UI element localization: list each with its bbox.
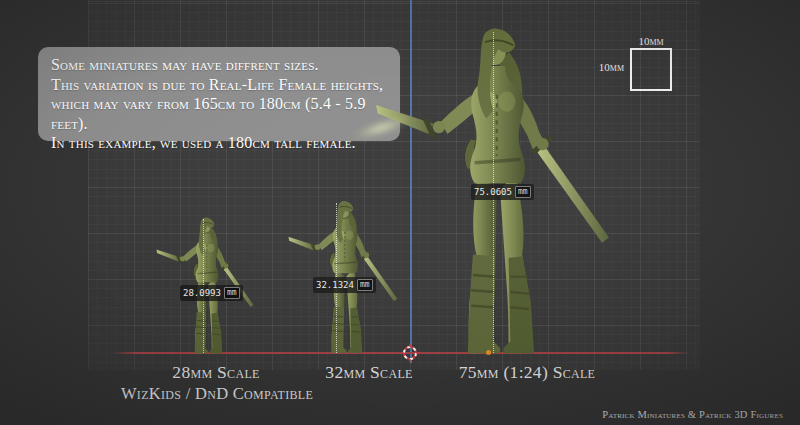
viewport-3d[interactable]: Some miniatures may have diffrent sizes.… (0, 0, 800, 425)
measurement-unit: mm (357, 279, 373, 291)
info-line-3: which may vary from 165cm to 180cm (5.4 … (51, 94, 386, 133)
info-line-2: This variation is due to Real-Life Femal… (51, 75, 386, 95)
3d-cursor[interactable] (401, 344, 419, 362)
measurement-value: 75.0605 (474, 187, 512, 197)
scale-sublabel-28mm: WizKids / DnD Compatible (121, 384, 313, 404)
scale-label-75mm: 75mm (1:24) Scale (459, 362, 596, 383)
info-line-4: In this example, we used a 180cm tall fe… (51, 133, 386, 153)
info-line-1: Some miniatures may have diffrent sizes. (51, 55, 386, 75)
footer-credit: Patrick Miniatures & Patrick 3D Figures (602, 409, 783, 420)
measurement-label-32mm: 32.1324 mm (313, 277, 376, 293)
measurement-label-28mm: 28.0993 mm (180, 285, 243, 301)
info-box: Some miniatures may have diffrent sizes.… (38, 47, 400, 141)
ruler-10mm-square (630, 48, 672, 91)
scale-label-28mm: 28mm Scale (172, 362, 259, 383)
measurement-label-75mm: 75.0605 mm (471, 184, 534, 200)
measurement-unit: mm (515, 186, 531, 198)
measurement-value: 28.0993 (183, 288, 221, 298)
ruler-width-label: 10mm (630, 35, 672, 47)
scale-label-32mm: 32mm Scale (325, 362, 412, 383)
measurement-unit: mm (224, 287, 240, 299)
ruler-height-label: 10mm (594, 61, 624, 73)
object-origin-dot (486, 350, 491, 355)
measurement-value: 32.1324 (316, 280, 354, 290)
